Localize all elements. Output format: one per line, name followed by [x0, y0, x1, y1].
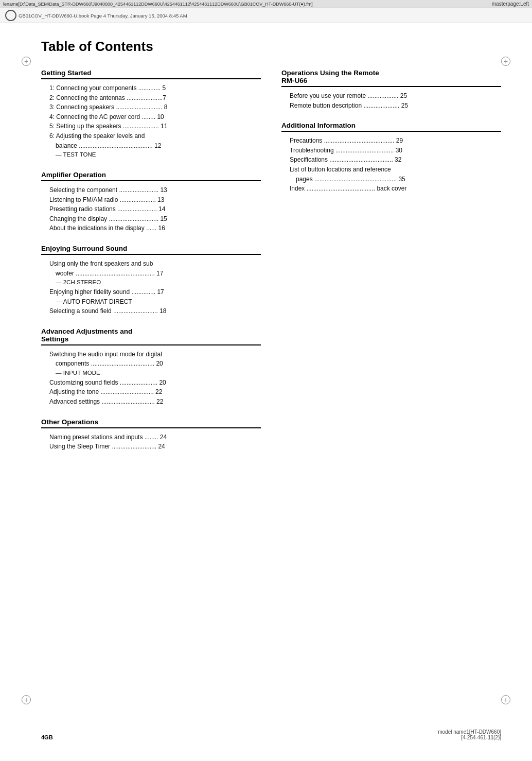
reg-mark-top-left	[22, 57, 31, 66]
section-title-remote: Operations Using the RemoteRM-U66	[281, 69, 501, 87]
section-amplifier-operation: Amplifier Operation Selecting the compon…	[41, 171, 261, 233]
reg-mark-top-right	[501, 57, 510, 66]
top-bar: lename[D:\Data_SEM\Data_STR-DDW660\J9040…	[0, 0, 532, 8]
toc-entry: Switching the audio input mode for digit…	[41, 350, 261, 407]
toc-entry: Using only the front speakers and sub wo…	[41, 259, 261, 316]
section-remote-operations: Operations Using the RemoteRM-U66 Before…	[281, 69, 501, 110]
reg-mark-bottom-left	[22, 695, 31, 704]
toc-entry: Selecting the component ................…	[41, 185, 261, 233]
reg-mark-bottom-right	[501, 695, 510, 704]
main-content: Table of Contents Getting Started 1: Con…	[0, 23, 532, 494]
toc-entry: Precautions ............................…	[281, 136, 501, 194]
page-title: Table of Contents	[41, 39, 501, 57]
section-title-other: Other Operations	[41, 418, 261, 428]
section-other-operations: Other Operations Naming preset stations …	[41, 418, 261, 452]
section-getting-started: Getting Started 1: Connecting your compo…	[41, 69, 261, 160]
col-right: Operations Using the RemoteRM-U66 Before…	[281, 69, 501, 463]
sub-header-text: GB01COV_HT-DDW660-U.book Page 4 Thursday…	[19, 13, 187, 19]
toc-entry: Naming preset stations and inputs ......…	[41, 433, 261, 452]
toc-entry: 1: Connecting your components ..........…	[41, 83, 261, 160]
model-info: model name1[HT-DDW660] [4-254-461-11(2)]	[438, 729, 501, 740]
col-left: Getting Started 1: Connecting your compo…	[41, 69, 261, 463]
toc-columns: Getting Started 1: Connecting your compo…	[41, 69, 501, 463]
registration-mark-header	[5, 10, 16, 21]
section-surround-sound: Enjoying Surround Sound Using only the f…	[41, 245, 261, 316]
toc-entry: Before you use your remote .............…	[281, 91, 501, 110]
section-title-additional: Additional Information	[281, 122, 501, 132]
page-number: 4GB	[41, 734, 53, 740]
section-additional-info: Additional Information Precautions .....…	[281, 122, 501, 194]
section-title-surround: Enjoying Surround Sound	[41, 245, 261, 255]
section-title-amplifier: Amplifier Operation	[41, 171, 261, 181]
section-advanced-adjustments: Advanced Adjustments andSettings Switchi…	[41, 327, 261, 407]
section-title-getting-started: Getting Started	[41, 69, 261, 79]
top-bar-masterpage: masterpage:Left	[492, 1, 529, 7]
sub-header: GB01COV_HT-DDW660-U.book Page 4 Thursday…	[0, 8, 532, 23]
top-bar-filename: lename[D:\Data_SEM\Data_STR-DDW660\J9040…	[3, 2, 313, 7]
section-title-advanced: Advanced Adjustments andSettings	[41, 327, 261, 345]
